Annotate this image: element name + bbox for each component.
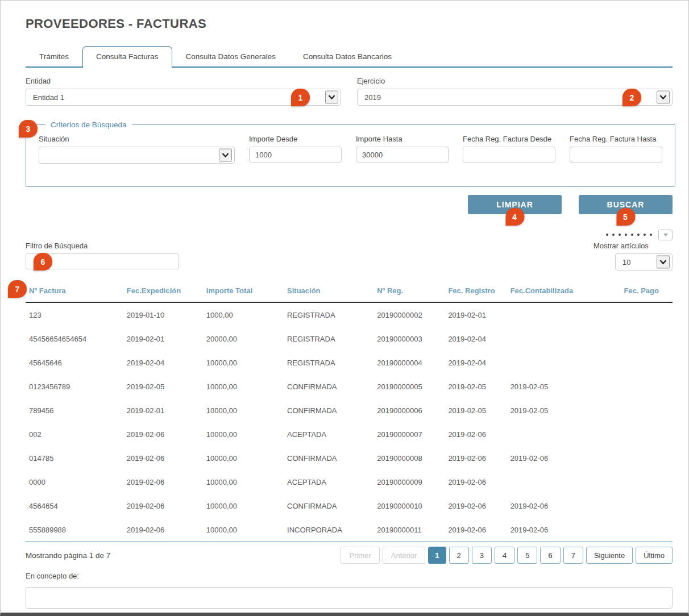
table-cell: 20190000002 — [373, 302, 445, 327]
mostrar-articulos-label: Mostrar artículos — [593, 242, 673, 250]
ejercicio-select[interactable]: 2019 2 — [357, 89, 673, 106]
page-button-anterior[interactable]: Anterior — [383, 547, 426, 564]
tab-tramites[interactable]: Trámites — [26, 46, 82, 66]
page-button-5[interactable]: 5 — [517, 547, 537, 564]
annotation-badge-7: 7 — [8, 280, 27, 298]
ejercicio-select-value: 2019 — [364, 93, 381, 102]
page-button-siguiente[interactable]: Siguiente — [586, 547, 633, 564]
invoices-table: Nº FacturaFec.ExpediciónImporte TotalSit… — [26, 282, 673, 542]
tab-consulta-datos-generales[interactable]: Consulta Datos Generales — [172, 46, 289, 66]
table-row[interactable]: 45646542019-02-0610000,00CONFIRMADA20190… — [26, 494, 673, 518]
table-cell: 2019-02-06 — [123, 446, 203, 470]
situacion-label: Situación — [39, 135, 235, 143]
table-row[interactable]: 7894562019-02-0110000,00CONFIRMADA201900… — [26, 398, 673, 422]
table-cell: 2019-02-06 — [507, 446, 592, 470]
page-button-primer[interactable]: Primer — [341, 547, 379, 564]
table-cell: 2019-02-05 — [123, 374, 203, 398]
page-button-7[interactable]: 7 — [563, 547, 583, 564]
table-cell: 2019-02-06 — [445, 470, 507, 494]
table-cell: 2019-02-05 — [507, 374, 592, 398]
fecha-reg-desde-label: Fecha Reg. Factura Desde — [463, 135, 555, 143]
chevron-down-icon — [657, 91, 670, 104]
mostrar-articulos-select[interactable]: 10 — [615, 253, 673, 270]
table-cell: CONFIRMADA — [284, 446, 373, 470]
concepto-textarea[interactable] — [26, 587, 673, 609]
table-cell: 014785 — [26, 446, 123, 470]
table-cell: ACEPTADA — [284, 470, 373, 494]
table-cell: 20190000004 — [373, 351, 445, 374]
options-dropdown-button[interactable] — [658, 230, 673, 240]
table-cell: 2019-02-06 — [445, 518, 507, 542]
page-title: PROVEEDORES - FACTURAS — [26, 16, 673, 31]
table-cell: 2019-02-06 — [507, 494, 592, 518]
column-header: Nº Reg. — [373, 282, 445, 302]
fecha-reg-hasta-field[interactable] — [570, 147, 662, 163]
tab-consulta-facturas[interactable]: Consulta Facturas — [82, 46, 172, 68]
annotation-badge-2: 2 — [622, 89, 641, 106]
fecha-reg-desde-field[interactable] — [463, 147, 555, 163]
page-button-3[interactable]: 3 — [472, 547, 492, 564]
page-button-4[interactable]: 4 — [495, 547, 514, 564]
importe-hasta-field[interactable] — [356, 147, 449, 163]
table-cell — [592, 351, 673, 374]
table-row[interactable]: 454566546546542019-02-0120000,00REGISTRA… — [26, 327, 673, 351]
page-button-6[interactable]: 6 — [540, 547, 560, 564]
fecha-reg-hasta-label: Fecha Reg. Factura Hasta — [570, 135, 662, 143]
table-row[interactable]: 00002019-02-0610000,00ACEPTADA2019000000… — [26, 470, 673, 494]
column-header: Nº Factura — [26, 282, 123, 302]
chevron-down-icon — [219, 149, 232, 162]
table-cell: 1000,00 — [203, 302, 284, 327]
table-cell: 2019-02-04 — [445, 351, 507, 374]
entidad-select[interactable]: Entidad 1 1 — [26, 89, 341, 106]
app-window: PROVEEDORES - FACTURAS Trámites Consulta… — [0, 0, 689, 616]
table-cell: 2019-02-01 — [445, 302, 507, 327]
table-cell: 20190000006 — [373, 398, 445, 422]
importe-desde-field[interactable] — [249, 147, 342, 163]
table-cell: 2019-02-04 — [123, 351, 203, 374]
table-cell: 2019-02-05 — [445, 398, 507, 422]
table-cell: INCORPORADA — [284, 518, 373, 542]
chevron-down-icon — [325, 91, 338, 104]
chevron-down-icon — [657, 256, 670, 269]
table-row[interactable]: 456456462019-02-0410000,00REGISTRADA2019… — [26, 351, 673, 374]
limpiar-button[interactable]: LIMPIAR 4 — [468, 195, 562, 214]
buscar-button[interactable]: BUSCAR 5 — [579, 195, 673, 214]
table-cell: 123 — [26, 302, 123, 327]
criterios-busqueda-panel: Criterios de Búsqueda 3 Situación Import… — [26, 120, 675, 187]
table-cell — [507, 351, 592, 374]
table-cell: 20190000009 — [373, 470, 445, 494]
table-row[interactable]: 1232019-01-101000,00REGISTRADA2019000000… — [26, 302, 673, 327]
table-cell: 20190000003 — [373, 327, 445, 351]
situacion-select[interactable] — [39, 147, 235, 164]
table-cell: 4564654 — [26, 494, 123, 518]
table-cell: REGISTRADA — [284, 351, 373, 374]
column-header: Fec.Contabilizada — [507, 282, 592, 302]
page-button-ultimo[interactable]: Último — [636, 547, 673, 564]
table-row[interactable]: 5558899882019-02-0610000,00INCORPORADA20… — [26, 518, 673, 542]
table-cell: 10000,00 — [203, 494, 284, 518]
table-cell: 2019-02-05 — [507, 398, 592, 422]
table-cell: 0123456789 — [26, 374, 123, 398]
table-cell — [592, 422, 673, 446]
table-cell: 2019-02-06 — [445, 446, 507, 470]
page-button-1[interactable]: 1 — [428, 547, 446, 564]
table-cell: 2019-02-06 — [123, 494, 203, 518]
table-cell — [592, 494, 673, 518]
table-cell — [592, 470, 673, 494]
column-header: Fec. Registro — [445, 282, 507, 302]
table-cell: 10000,00 — [203, 374, 284, 398]
pagination-status: Mostrando página 1 de 7 — [26, 551, 110, 560]
dot — [644, 234, 646, 236]
ejercicio-label: Ejercicio — [357, 77, 673, 85]
table-cell: 2019-02-04 — [445, 327, 507, 351]
invoices-table-container: 7 Nº FacturaFec.ExpediciónImporte TotalS… — [26, 282, 673, 542]
table-row[interactable]: 0022019-02-0610000,00ACEPTADA20190000007… — [26, 422, 673, 446]
table-cell: ACEPTADA — [284, 422, 373, 446]
annotation-badge-4: 4 — [505, 208, 524, 226]
mostrar-articulos-select-value: 10 — [622, 258, 630, 267]
table-row[interactable]: 0147852019-02-0610000,00CONFIRMADA201900… — [26, 446, 673, 470]
tab-consulta-datos-bancarios[interactable]: Consulta Datos Bancarios — [289, 46, 405, 66]
table-cell — [592, 446, 673, 470]
table-row[interactable]: 01234567892019-02-0510000,00CONFIRMADA20… — [26, 374, 673, 398]
page-button-2[interactable]: 2 — [449, 547, 469, 564]
